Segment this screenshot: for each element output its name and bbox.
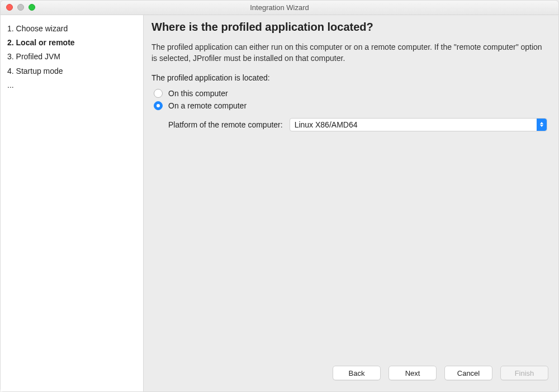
platform-label: Platform of the remote computer: (168, 120, 283, 129)
integration-wizard-window: Integration Wizard 1. Choose wizard 2. L… (0, 0, 559, 392)
back-button[interactable]: Back (333, 366, 381, 380)
sidebar-step-profiled-jvm[interactable]: 3. Profiled JVM (7, 50, 136, 64)
sidebar-step-local-or-remote[interactable]: 2. Local or remote (7, 36, 136, 50)
radio-this-computer[interactable] (154, 89, 163, 98)
sidebar-step-startup-mode[interactable]: 4. Startup mode (7, 64, 136, 78)
page-title: Where is the profiled application locate… (151, 21, 547, 34)
option-this-computer[interactable]: On this computer (154, 89, 547, 98)
location-prompt: The profiled application is located: (151, 73, 547, 82)
maximize-icon[interactable] (29, 4, 35, 11)
finish-button: Finish (500, 366, 548, 380)
wizard-footer: Back Next Cancel Finish (144, 360, 558, 391)
platform-select[interactable]: Linux X86/AMD64 (290, 118, 547, 131)
sidebar-step-choose-wizard[interactable]: 1. Choose wizard (7, 22, 136, 36)
minimize-icon[interactable] (17, 4, 24, 11)
option-remote-computer[interactable]: On a remote computer (154, 101, 547, 110)
chevron-updown-icon (537, 119, 547, 131)
window-title: Integration Wizard (1, 3, 558, 12)
platform-select-value: Linux X86/AMD64 (295, 120, 358, 129)
close-icon[interactable] (6, 4, 13, 11)
page-description: The profiled application can either run … (151, 41, 547, 64)
wizard-main: Where is the profiled application locate… (144, 15, 558, 391)
titlebar: Integration Wizard (1, 1, 558, 15)
location-options: On this computer On a remote computer Pl… (151, 89, 547, 131)
cancel-button[interactable]: Cancel (444, 366, 492, 380)
wizard-body: 1. Choose wizard 2. Local or remote 3. P… (1, 15, 558, 391)
wizard-sidebar: 1. Choose wizard 2. Local or remote 3. P… (1, 15, 144, 391)
next-button[interactable]: Next (389, 366, 437, 380)
option-label: On a remote computer (168, 101, 247, 110)
option-label: On this computer (168, 89, 228, 98)
sidebar-ellipsis: ... (7, 78, 136, 92)
platform-row: Platform of the remote computer: Linux X… (168, 118, 547, 131)
radio-remote-computer[interactable] (154, 101, 163, 110)
wizard-content: Where is the profiled application locate… (144, 15, 558, 360)
window-controls (6, 4, 35, 11)
